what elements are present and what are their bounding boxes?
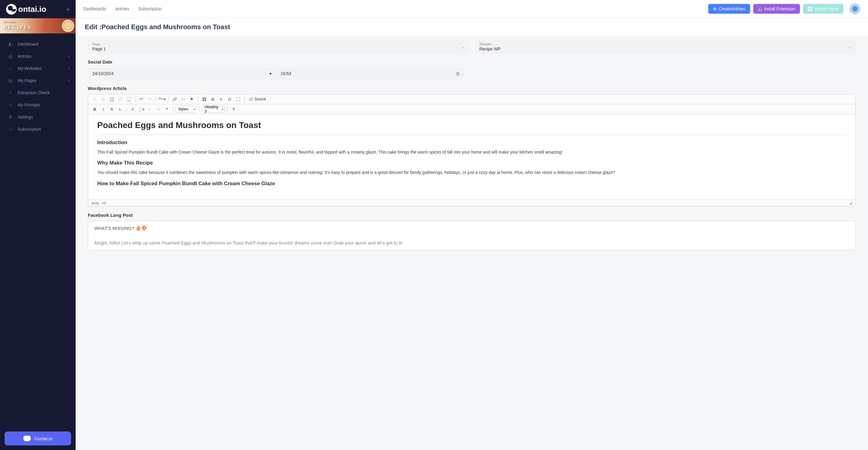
chevron-down-icon: ⌄ — [848, 45, 851, 49]
chevron-right-icon: › — [68, 79, 69, 83]
logo-area: ontai.io « — [0, 0, 75, 18]
sidebar-nav: ◧ Dashboard ▤ Articles › ▭ My Websites ›… — [0, 33, 75, 427]
format-select[interactable]: Heading 3 — [202, 106, 225, 113]
main-content: Dashboards Articles Subscription ⊕ Creat… — [75, 0, 868, 450]
styles-select[interactable]: Styles — [176, 106, 197, 113]
sidebar-item-extraction[interactable]: ✓ Extraction Check — [0, 87, 75, 99]
undo-icon[interactable]: ↶ — [137, 95, 145, 103]
source-icon: 📰 — [249, 97, 253, 101]
remove-format-icon[interactable]: Iₓ — [117, 106, 124, 113]
sidebar-item-pages[interactable]: ▤ My Pages › — [0, 75, 75, 87]
chevron-right-icon: › — [68, 66, 69, 71]
pages-icon: ▤ — [8, 78, 13, 83]
page-header: Edit :Poached Eggs and Mushrooms on Toas… — [75, 18, 868, 37]
special-char-icon[interactable]: Ω — [226, 95, 233, 103]
top-actions: ⊕ CreateArticles Install Extension Switc… — [708, 3, 860, 14]
check-icon: ✓ — [8, 90, 13, 95]
websites-icon: ▭ — [8, 66, 13, 71]
article-paragraph: You should make this cake because it com… — [97, 169, 846, 176]
maximize-icon[interactable]: ⛶ — [235, 95, 242, 103]
sidebar-item-settings[interactable]: ⚙ Settings — [0, 111, 75, 123]
topbar: Dashboards Articles Subscription ⊕ Creat… — [75, 0, 868, 18]
article-heading: Why Make This Recipe — [97, 160, 846, 166]
sidebar-item-websites[interactable]: ▭ My Websites › — [0, 62, 75, 75]
date-input[interactable]: 24/10/2024 ▾ — [88, 67, 276, 80]
article-heading: How to Make Fall Spiced Pumpkin Bundt Ca… — [97, 180, 846, 187]
sidebar-item-prompts[interactable]: ▭ My Prompts — [0, 99, 75, 111]
bullet-list-icon[interactable]: ⋮≡ — [137, 106, 145, 113]
editor-toolbar-row2: B I S Iₓ ≡ ⋮≡ ⇤ ⇥ ❝ Styles Heading 3 — [88, 104, 856, 114]
collapse-sidebar-icon[interactable]: « — [66, 6, 69, 12]
social-date-label: Social Date — [88, 59, 856, 64]
discord-icon — [23, 436, 31, 441]
source-button[interactable]: 📰 Source — [247, 96, 268, 102]
articles-icon: ▤ — [8, 54, 13, 59]
path-h3[interactable]: h3 — [102, 201, 106, 205]
niche-banner[interactable]: Let's Cook RECIPES — [0, 18, 75, 33]
logo-mark-icon — [6, 4, 17, 15]
redo-icon[interactable]: ↷ — [146, 95, 153, 103]
unlink-icon[interactable]: ⛓ — [180, 95, 187, 103]
anchor-icon[interactable]: ⚑ — [188, 95, 195, 103]
discord-button[interactable]: Contai.io — [5, 431, 71, 445]
install-extension-button[interactable]: Install Extension — [753, 4, 800, 14]
sidebar-item-articles[interactable]: ▤ Articles › — [0, 50, 75, 62]
subscription-icon: ▭ — [8, 126, 13, 132]
table-icon[interactable]: ⊞ — [209, 95, 216, 103]
image-icon[interactable]: 🖼 — [200, 95, 208, 103]
spellcheck-icon[interactable]: ᴬᴮᶜ▾ — [158, 95, 166, 103]
article-title: Poached Eggs and Mushrooms on Toast — [97, 120, 846, 130]
editor-content[interactable]: Poached Eggs and Mushrooms on Toast Intr… — [88, 114, 856, 199]
topnav-articles[interactable]: Articles — [116, 6, 129, 11]
outdent-icon[interactable]: ⇤ — [146, 106, 153, 113]
italic-icon[interactable]: I — [100, 106, 107, 113]
sidebar-item-subscription[interactable]: ▭ Subscription — [0, 123, 75, 135]
avatar[interactable] — [849, 3, 860, 14]
chevron-right-icon: › — [68, 54, 69, 58]
app-logo[interactable]: ontai.io — [6, 4, 46, 15]
gear-icon: ⚙ — [8, 114, 13, 120]
plus-circle-icon: ⊕ — [713, 6, 717, 11]
website-select[interactable]: Website Recipe WP ⌄ — [475, 40, 856, 54]
editor-toolbar-row1: ✂ ⎘ 📋 📄 📃 ↶ ↷ ᴬᴮᶜ▾ 🔗 ⛓ ⚑ 🖼 ⊞ ≡ Ω ⛶ — [88, 94, 856, 104]
link-icon[interactable]: 🔗 — [171, 95, 178, 103]
dashboard-icon: ◧ — [8, 41, 13, 47]
switch-niche-button[interactable]: Switch Niche — [803, 4, 843, 14]
sidebar: ontai.io « Let's Cook RECIPES ◧ Dashboar… — [0, 0, 75, 450]
paste-icon[interactable]: 📋 — [108, 95, 116, 103]
numbered-list-icon[interactable]: ≡ — [129, 106, 136, 113]
facebook-post-editor[interactable]: WHAT'S MISSING? 🥚🍄 Alright, folks! Let's… — [88, 221, 856, 250]
bold-icon[interactable]: B — [91, 106, 98, 113]
paste-text-icon[interactable]: 📄 — [117, 95, 124, 103]
strikethrough-icon[interactable]: S — [108, 106, 116, 113]
top-nav: Dashboards Articles Subscription — [83, 6, 162, 11]
fb-line1: WHAT'S MISSING? 🥚🍄 — [94, 226, 849, 231]
paste-word-icon[interactable]: 📃 — [125, 95, 132, 103]
banner-image-icon — [62, 20, 74, 32]
wordpress-label: Wordpress Article — [88, 86, 856, 91]
time-input[interactable]: 19:53 ◷ — [276, 67, 464, 80]
article-paragraph: This Fall Spiced Pumpkin Bundt Cake with… — [97, 149, 846, 156]
chevron-down-icon: ⌄ — [461, 45, 464, 49]
indent-icon[interactable]: ⇥ — [155, 106, 162, 113]
fb-line2: Alright, folks! Let's whip up some Poach… — [94, 240, 849, 245]
cut-icon[interactable]: ✂ — [91, 95, 98, 103]
topnav-dashboards[interactable]: Dashboards — [83, 6, 106, 11]
help-icon[interactable]: ? — [230, 106, 237, 113]
path-body[interactable]: body — [92, 201, 99, 205]
content-area: Page Page 1 ⌄ Website Recipe WP ⌄ Social… — [75, 37, 868, 450]
hr-icon[interactable]: ≡ — [217, 95, 225, 103]
topnav-subscription[interactable]: Subscription — [138, 6, 162, 11]
create-articles-button[interactable]: ⊕ CreateArticles — [708, 4, 750, 14]
editor-footer: body h3 ◢ — [88, 199, 856, 206]
sidebar-item-dashboard[interactable]: ◧ Dashboard — [0, 38, 75, 50]
prompts-icon: ▭ — [8, 102, 13, 108]
copy-icon[interactable]: ⎘ — [100, 95, 107, 103]
calendar-icon: ▾ — [269, 71, 272, 76]
resize-handle-icon[interactable]: ◢ — [849, 201, 852, 205]
chrome-icon — [758, 7, 762, 11]
logo-text: ontai.io — [18, 5, 46, 14]
page-select[interactable]: Page Page 1 ⌄ — [88, 40, 469, 54]
facebook-label: Facebook Long Post — [88, 213, 856, 218]
blockquote-icon[interactable]: ❝ — [163, 106, 170, 113]
